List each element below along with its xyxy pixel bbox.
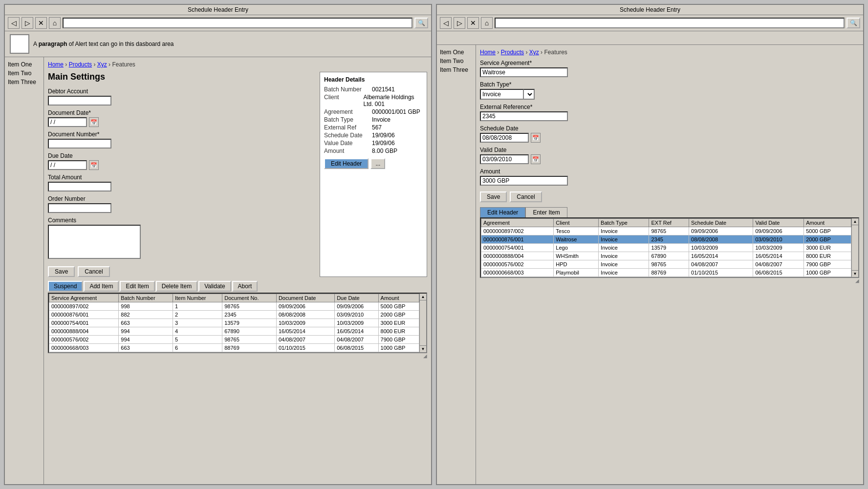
forward-button[interactable]: ▷ bbox=[22, 17, 33, 29]
right-forward-button[interactable]: ▷ bbox=[454, 17, 465, 29]
left-table-row[interactable]: 000000754/00166331357910/03/200910/03/20… bbox=[49, 319, 419, 327]
comments-group: Comments bbox=[48, 217, 312, 260]
left-table-row[interactable]: 000000668/00366368876901/10/201506/08/20… bbox=[49, 344, 419, 352]
right-scrollbar[interactable]: ▲ ▼ bbox=[851, 218, 858, 277]
right-schedule-date-calendar-icon[interactable]: 📅 bbox=[531, 133, 541, 143]
right-valid-date-input[interactable] bbox=[480, 154, 529, 164]
grid-toolbar-strip: Suspend Add Item Edit Item Delete Item V… bbox=[48, 281, 427, 292]
document-date-input[interactable] bbox=[48, 117, 87, 127]
left-table-row[interactable]: 000000897/00299819876509/09/200609/09/20… bbox=[49, 302, 419, 311]
right-breadcrumb-home[interactable]: Home bbox=[480, 49, 496, 56]
tabs-row: Edit Header Enter Item bbox=[480, 207, 859, 217]
back-button[interactable]: ◁ bbox=[8, 17, 20, 29]
due-date-input[interactable] bbox=[48, 160, 87, 170]
tab-enter-item[interactable]: Enter Item bbox=[525, 207, 567, 217]
right-amount-input[interactable] bbox=[480, 176, 568, 186]
url-bar[interactable] bbox=[63, 18, 412, 28]
home-button[interactable]: ⌂ bbox=[49, 17, 61, 29]
total-amount-input[interactable] bbox=[48, 182, 111, 191]
right-save-button[interactable]: Save bbox=[480, 191, 507, 202]
sidebar-item-2[interactable]: Item Two bbox=[8, 69, 41, 78]
right-valid-date-group: Valid Date 📅 bbox=[480, 147, 651, 164]
save-button[interactable]: Save bbox=[48, 266, 75, 277]
add-item-button[interactable]: Add Item bbox=[84, 281, 119, 292]
order-number-input[interactable] bbox=[48, 203, 111, 213]
right-close-button[interactable]: ✕ bbox=[467, 17, 479, 29]
comments-textarea[interactable] bbox=[48, 225, 141, 259]
due-date-label: Due Date bbox=[48, 152, 312, 159]
edit-item-button[interactable]: Edit Item bbox=[120, 281, 154, 292]
detail-batch-type: Batch Type Invoice bbox=[324, 116, 423, 123]
breadcrumb-home[interactable]: Home bbox=[48, 61, 64, 68]
edit-header-button[interactable]: Edit Header bbox=[324, 158, 369, 169]
right-table-container: Agreement Client Batch Type EXT Ref Sche… bbox=[480, 217, 859, 278]
breadcrumb-sep1: › bbox=[65, 61, 68, 68]
right-table-row[interactable]: 0000000876/001WaitroseInvoice234508/08/2… bbox=[481, 235, 851, 244]
sidebar-item-3[interactable]: Item Three bbox=[8, 78, 41, 86]
left-scrollbar[interactable]: ▲ ▼ bbox=[419, 294, 426, 352]
suspend-button[interactable]: Suspend bbox=[48, 281, 83, 292]
right-schedule-date-input[interactable] bbox=[480, 133, 529, 143]
right-breadcrumb-sep1: › bbox=[497, 49, 500, 56]
right-back-button[interactable]: ◁ bbox=[440, 17, 452, 29]
right-breadcrumb-features: Features bbox=[544, 49, 567, 56]
right-breadcrumb-xyz[interactable]: Xyz bbox=[529, 49, 539, 56]
right-batch-type-select[interactable]: ▼ bbox=[524, 89, 535, 100]
right-batch-type-input[interactable] bbox=[480, 89, 524, 100]
validate-button[interactable]: Validate bbox=[198, 281, 231, 292]
debtor-account-input[interactable] bbox=[48, 96, 111, 106]
left-table-row[interactable]: 000000888/00499446789016/05/201416/05/20… bbox=[49, 327, 419, 336]
right-url-bar[interactable] bbox=[495, 18, 845, 28]
detail-schedule-date-val: 19/09/06 bbox=[372, 132, 395, 139]
right-home-button[interactable]: ⌂ bbox=[481, 17, 493, 29]
right-breadcrumb: Home › Products › Xyz › Features bbox=[480, 49, 859, 56]
alert-icon bbox=[10, 34, 29, 54]
right-sidebar-item-1[interactable]: Item One bbox=[440, 48, 473, 57]
detail-batch-number-key: Batch Number bbox=[324, 86, 368, 93]
right-service-agreement-group: Service Agreement* bbox=[480, 60, 651, 77]
comments-label: Comments bbox=[48, 217, 312, 224]
ellipsis-button[interactable]: ... bbox=[370, 158, 385, 169]
abort-button[interactable]: Abort bbox=[232, 281, 258, 292]
right-table-row[interactable]: 0000000576/002HPDInvoice9876504/08/20070… bbox=[481, 260, 851, 269]
resize-handle-icon[interactable]: ◢ bbox=[423, 353, 427, 359]
right-cancel-button[interactable]: Cancel bbox=[510, 191, 542, 202]
close-button[interactable]: ✕ bbox=[35, 17, 47, 29]
col-item-number: Item Number bbox=[173, 294, 222, 302]
right-empty-bar bbox=[437, 31, 863, 45]
right-resize-handle-icon[interactable]: ◢ bbox=[855, 278, 859, 283]
detail-value-date-val: 19/09/06 bbox=[372, 140, 395, 147]
due-date-group: Due Date 📅 bbox=[48, 152, 312, 170]
breadcrumb-xyz[interactable]: Xyz bbox=[97, 61, 107, 68]
right-sidebar-item-2[interactable]: Item Two bbox=[440, 57, 473, 65]
document-number-group: Document Number* bbox=[48, 131, 312, 149]
right-table-row[interactable]: 0000000897/002TescoInvoice9876509/09/200… bbox=[481, 227, 851, 235]
left-table-row[interactable]: 000000576/00299459876504/08/200704/08/20… bbox=[49, 336, 419, 344]
right-amount-label: Amount bbox=[480, 168, 651, 175]
right-sidebar-item-3[interactable]: Item Three bbox=[440, 65, 473, 74]
save-cancel-row: Save Cancel bbox=[48, 266, 312, 277]
delete-item-button[interactable]: Delete Item bbox=[156, 281, 197, 292]
sidebar-item-1[interactable]: Item One bbox=[8, 60, 41, 69]
right-form: Service Agreement* Batch Type* ▼ Externa… bbox=[480, 60, 651, 202]
right-service-agreement-input[interactable] bbox=[480, 67, 568, 77]
right-search-button[interactable]: 🔍 bbox=[846, 18, 860, 28]
document-date-calendar-icon[interactable]: 📅 bbox=[89, 117, 99, 127]
right-external-ref-input[interactable] bbox=[480, 111, 568, 121]
right-breadcrumb-products[interactable]: Products bbox=[501, 49, 524, 56]
left-table-row[interactable]: 000000876/0018822234508/08/200803/09/201… bbox=[49, 311, 419, 319]
cancel-button[interactable]: Cancel bbox=[78, 266, 109, 277]
breadcrumb-sep2: › bbox=[93, 61, 97, 68]
detail-client-val: Albemarle Holdings Ltd. 001 bbox=[364, 94, 423, 107]
search-button[interactable]: 🔍 bbox=[414, 18, 428, 28]
right-table-row[interactable]: 0000000754/001LegoInvoice1357910/03/2009… bbox=[481, 244, 851, 252]
document-number-input[interactable] bbox=[48, 139, 111, 149]
due-date-calendar-icon[interactable]: 📅 bbox=[89, 160, 99, 170]
breadcrumb-products[interactable]: Products bbox=[69, 61, 92, 68]
right-valid-date-calendar-icon[interactable]: 📅 bbox=[531, 154, 541, 164]
right-table-row[interactable]: 0000000888/004WHSmithInvoice6789016/05/2… bbox=[481, 252, 851, 260]
right-table-row[interactable]: 0000000668/003PlaymobilInvoice8876901/10… bbox=[481, 269, 851, 277]
right-data-table: Agreement Client Batch Type EXT Ref Sche… bbox=[481, 218, 851, 277]
tab-edit-header[interactable]: Edit Header bbox=[480, 207, 525, 217]
right-external-ref-group: External Reference* bbox=[480, 104, 651, 121]
